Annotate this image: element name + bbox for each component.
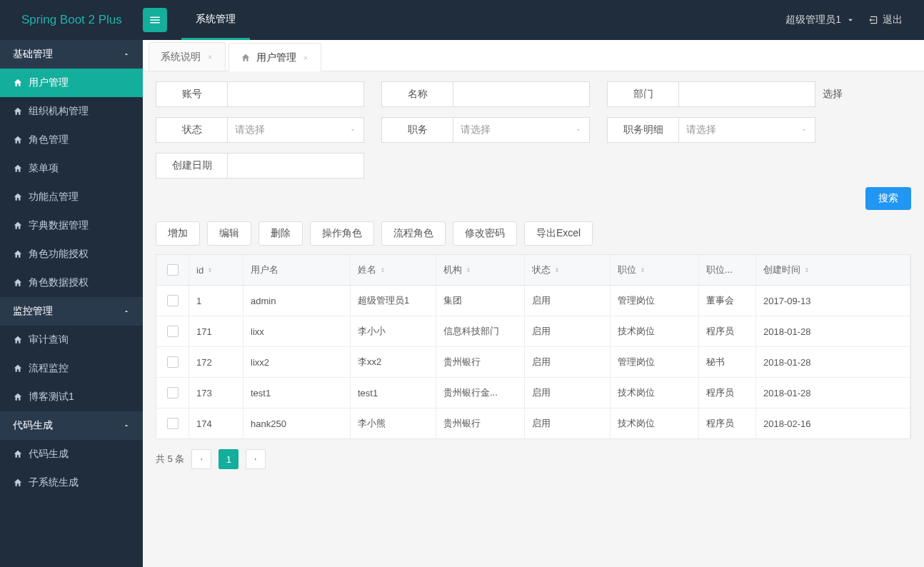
- sort-icon[interactable]: [553, 266, 561, 274]
- select-all-checkbox[interactable]: [167, 264, 179, 276]
- flowrole-button[interactable]: 流程角色: [381, 221, 446, 246]
- sidebar-item-label: 角色功能授权: [29, 248, 89, 261]
- group-label: 监控管理: [13, 305, 53, 318]
- sidebar-item[interactable]: 审计查询: [0, 326, 143, 354]
- sort-icon[interactable]: [803, 266, 810, 274]
- close-icon[interactable]: [302, 54, 309, 61]
- logout-icon: [868, 15, 878, 25]
- th-name[interactable]: 姓名: [358, 264, 376, 276]
- sidebar-group-title[interactable]: 代码生成: [0, 411, 143, 440]
- tab-user-manage[interactable]: 用户管理: [229, 43, 321, 71]
- table-row[interactable]: 172lixx2李xx2贵州银行启用管理岗位秘书2018-01-28: [156, 347, 910, 378]
- th-date[interactable]: 创建时间: [763, 264, 800, 276]
- jobdetail-select[interactable]: 请选择: [678, 117, 815, 143]
- changepwd-button[interactable]: 修改密码: [453, 221, 517, 246]
- sidebar-group-title[interactable]: 基础管理: [0, 40, 143, 69]
- add-button[interactable]: 增加: [156, 221, 200, 246]
- row-checkbox[interactable]: [167, 387, 179, 398]
- sort-icon[interactable]: [639, 266, 646, 274]
- cell-status: 启用: [525, 286, 611, 316]
- cell-id: 174: [189, 408, 243, 438]
- sort-icon[interactable]: [465, 266, 472, 274]
- th-pos[interactable]: 职位: [618, 264, 636, 276]
- row-checkbox[interactable]: [167, 418, 179, 429]
- row-checkbox[interactable]: [167, 356, 179, 368]
- logout-button[interactable]: 退出: [868, 14, 903, 26]
- name-input[interactable]: [461, 89, 582, 100]
- filter-form: 账号 名称 部门 选择 状态 请选择: [156, 81, 911, 179]
- tab-label: 系统说明: [161, 51, 201, 64]
- home-icon: [13, 164, 23, 174]
- th-id[interactable]: id: [196, 265, 204, 276]
- table-row[interactable]: 1admin超级管理员1集团启用管理岗位董事会2017-09-13: [156, 286, 910, 316]
- tab-system-intro[interactable]: 系统说明: [149, 42, 226, 71]
- home-icon: [13, 249, 23, 259]
- account-input[interactable]: [235, 89, 356, 100]
- home-icon: [13, 135, 23, 145]
- row-checkbox[interactable]: [167, 295, 179, 306]
- search-button[interactable]: 搜索: [865, 187, 911, 210]
- table-row[interactable]: 171lixx李小小信息科技部门启用技术岗位程序员2018-01-28: [156, 316, 910, 347]
- edit-button[interactable]: 编辑: [207, 221, 251, 246]
- cell-pos: 技术岗位: [611, 408, 699, 438]
- close-icon[interactable]: [206, 54, 214, 61]
- sidebar-item[interactable]: 角色管理: [0, 126, 143, 154]
- next-page-button[interactable]: [246, 449, 266, 469]
- sidebar-group-title[interactable]: 监控管理: [0, 297, 143, 326]
- dept-select-link[interactable]: 选择: [823, 88, 843, 101]
- chevron-up-icon: [123, 422, 130, 429]
- th-status[interactable]: 状态: [532, 264, 551, 276]
- cell-posd: 程序员: [699, 316, 756, 346]
- sidebar-item[interactable]: 组织机构管理: [0, 97, 143, 126]
- export-button[interactable]: 导出Excel: [524, 221, 593, 246]
- th-posd[interactable]: 职位...: [706, 264, 733, 276]
- th-org[interactable]: 机构: [443, 264, 462, 276]
- createdate-input[interactable]: [235, 160, 356, 171]
- sidebar-item-label: 用户管理: [29, 76, 69, 89]
- status-select[interactable]: 请选择: [227, 117, 364, 143]
- sidebar-item[interactable]: 用户管理: [0, 69, 143, 97]
- prev-page-button[interactable]: [191, 449, 211, 469]
- sidebar-item[interactable]: 流程监控: [0, 354, 143, 383]
- select-placeholder: 请选择: [235, 124, 265, 136]
- sidebar-item[interactable]: 功能点管理: [0, 183, 143, 211]
- sort-icon[interactable]: [206, 266, 214, 274]
- delete-button[interactable]: 删除: [258, 221, 303, 246]
- sidebar-item[interactable]: 菜单项: [0, 154, 143, 183]
- page-1-button[interactable]: 1: [219, 449, 238, 469]
- chevron-left-icon: [199, 456, 204, 462]
- cell-pos: 技术岗位: [611, 378, 699, 408]
- user-menu[interactable]: 超级管理员1: [785, 14, 855, 26]
- cell-status: 启用: [525, 378, 611, 408]
- th-user[interactable]: 用户名: [251, 264, 278, 276]
- header-right: 超级管理员1 退出: [785, 14, 924, 26]
- cell-posd: 秘书: [699, 347, 756, 377]
- sidebar-item[interactable]: 字典数据管理: [0, 211, 143, 240]
- sort-icon[interactable]: [379, 266, 386, 274]
- row-checkbox[interactable]: [167, 326, 179, 337]
- oprole-button[interactable]: 操作角色: [310, 221, 374, 246]
- group-label: 基础管理: [13, 48, 53, 61]
- cell-posd: 董事会: [699, 286, 756, 316]
- filter-label-jobdetail: 职务明细: [607, 117, 678, 143]
- sidebar-item-label: 功能点管理: [29, 191, 79, 204]
- select-placeholder: 请选择: [461, 124, 491, 136]
- job-select[interactable]: 请选择: [453, 117, 590, 143]
- cell-posd: 程序员: [699, 378, 756, 408]
- dept-input[interactable]: [686, 89, 808, 100]
- sidebar-item[interactable]: 代码生成: [0, 440, 143, 468]
- table-row[interactable]: 173test1test1贵州银行金...启用技术岗位程序员2018-01-28: [156, 378, 910, 408]
- page-tabs: 系统说明 用户管理: [143, 40, 924, 71]
- sidebar-item[interactable]: 博客测试1: [0, 383, 143, 411]
- chevron-down-icon: [575, 126, 582, 134]
- table-row[interactable]: 174hank250李小熊贵州银行启用技术岗位程序员2018-02-16: [156, 408, 910, 438]
- sidebar-toggle-button[interactable]: [143, 8, 167, 32]
- sidebar-item[interactable]: 角色数据授权: [0, 269, 143, 297]
- sidebar-item[interactable]: 角色功能授权: [0, 240, 143, 269]
- cell-status: 启用: [525, 316, 611, 346]
- top-nav-system[interactable]: 系统管理: [181, 0, 250, 40]
- cell-id: 171: [189, 316, 243, 346]
- sidebar-item[interactable]: 子系统生成: [0, 468, 143, 497]
- cell-name: 李小熊: [351, 408, 436, 438]
- cell-user: admin: [243, 286, 351, 316]
